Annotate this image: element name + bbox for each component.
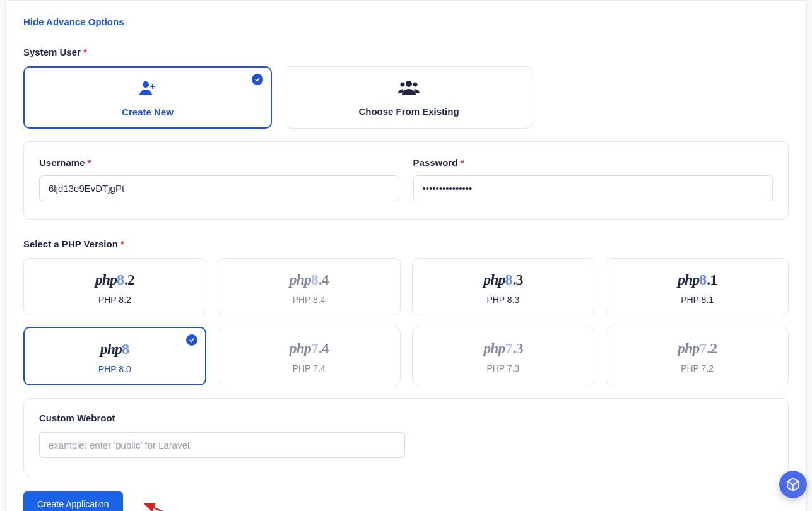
php-logo-text: php8.4 xyxy=(218,271,400,288)
svg-point-4 xyxy=(401,83,405,87)
users-group-icon xyxy=(285,79,533,98)
php-version-label: PHP 8.0 xyxy=(25,364,205,374)
php-version-card-php-8.4[interactable]: php8.4PHP 8.4 xyxy=(218,258,401,315)
custom-webroot-label: Custom Webroot xyxy=(39,413,773,423)
svg-point-0 xyxy=(143,81,149,88)
php-version-label: PHP 8.2 xyxy=(24,295,206,305)
user-plus-icon xyxy=(25,80,271,99)
help-widget-button[interactable] xyxy=(779,471,807,498)
create-new-label: Create New xyxy=(25,107,271,117)
php-version-card-php-8.2[interactable]: php8.2PHP 8.2 xyxy=(23,258,206,315)
php-version-card-php-7.4[interactable]: php7.4PHP 7.4 xyxy=(218,327,401,385)
custom-webroot-input[interactable] xyxy=(39,432,405,458)
php-version-label: PHP 7.4 xyxy=(218,363,400,373)
system-user-create-new-card[interactable]: Create New xyxy=(23,66,272,129)
annotation-arrow-icon xyxy=(141,500,192,511)
php-version-card-php-8.1[interactable]: php8.1PHP 8.1 xyxy=(606,258,789,315)
php-logo-text: php8.1 xyxy=(606,271,788,288)
create-application-button[interactable]: Create Application xyxy=(23,491,123,511)
user-credentials-panel: Username Password xyxy=(23,141,789,220)
username-label: Username xyxy=(39,157,399,168)
php-version-label: PHP 7.3 xyxy=(413,363,594,373)
password-input[interactable] xyxy=(413,175,774,201)
hide-advance-options-link[interactable]: Hide Advance Options xyxy=(23,16,124,27)
php-version-card-php-8.3[interactable]: php8.3PHP 8.3 xyxy=(412,258,595,315)
system-user-section-label: System User xyxy=(23,47,789,57)
php-version-label: PHP 8.3 xyxy=(413,295,594,305)
cube-icon xyxy=(786,477,801,492)
selected-check-icon xyxy=(252,74,263,85)
username-input[interactable] xyxy=(39,175,399,201)
php-version-label: PHP 7.2 xyxy=(606,363,788,373)
php-logo-text: php8 xyxy=(25,341,205,358)
php-version-card-php-8.0[interactable]: php8PHP 8.0 xyxy=(23,327,206,385)
php-logo-text: php7.4 xyxy=(218,340,400,357)
php-version-card-php-7.2[interactable]: php7.2PHP 7.2 xyxy=(606,327,789,385)
password-label: Password xyxy=(413,157,774,168)
choose-existing-label: Choose From Existing xyxy=(285,106,533,117)
php-logo-text: php8.3 xyxy=(413,271,594,288)
svg-line-7 xyxy=(145,504,189,511)
svg-point-3 xyxy=(406,81,412,87)
selected-check-icon xyxy=(186,334,197,346)
php-logo-text: php8.2 xyxy=(24,271,206,288)
php-logo-text: php7.3 xyxy=(413,340,594,357)
svg-rect-2 xyxy=(150,86,155,87)
svg-point-5 xyxy=(413,83,418,87)
php-version-label: PHP 8.1 xyxy=(606,295,788,305)
php-version-card-php-7.3[interactable]: php7.3PHP 7.3 xyxy=(412,327,595,385)
custom-webroot-panel: Custom Webroot xyxy=(23,398,789,476)
php-version-section-label: Select a PHP Version xyxy=(23,238,789,249)
system-user-choose-existing-card[interactable]: Choose From Existing xyxy=(285,66,533,129)
php-logo-text: php7.2 xyxy=(606,340,788,357)
php-version-label: PHP 8.4 xyxy=(218,295,400,305)
